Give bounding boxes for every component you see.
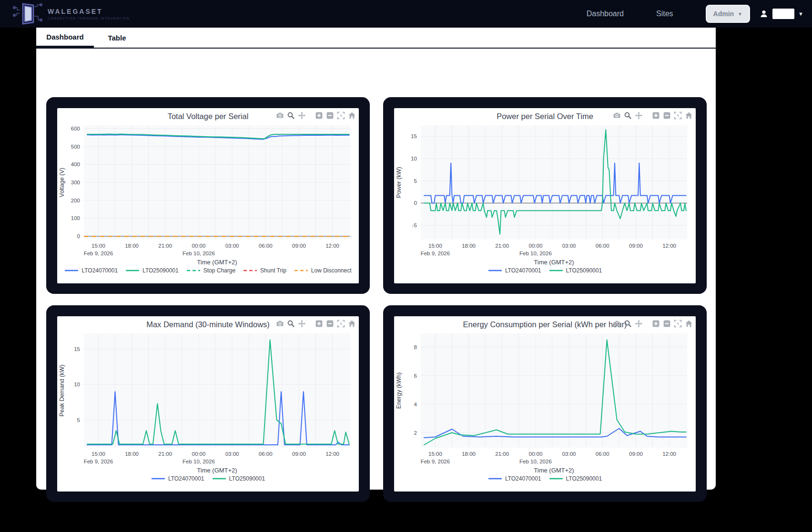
zoom-out-icon[interactable]	[325, 319, 334, 328]
admin-dropdown-button[interactable]: Admin ▼	[706, 5, 750, 23]
legend-item[interactable]: LTO25090001	[549, 475, 602, 482]
svg-text:Feb 9, 2026: Feb 9, 2026	[84, 251, 113, 256]
svg-text:200: 200	[71, 198, 80, 203]
plotly-modebar	[612, 111, 693, 120]
tab-table[interactable]: Table	[94, 28, 140, 48]
zoom-out-icon[interactable]	[325, 111, 334, 120]
brand: WALEGASET CONNECTION THROUGH INTEGRATION	[12, 2, 130, 26]
svg-text:10: 10	[74, 381, 80, 387]
main-content: Dashboard Table Total Voltage per Serial…	[36, 28, 716, 490]
plot-area[interactable]: 010020030040050060015:0018:0021:0000:000…	[57, 124, 359, 266]
autoscale-icon[interactable]	[673, 319, 682, 328]
svg-text:03:00: 03:00	[225, 243, 239, 249]
legend-item[interactable]: LTO25090001	[212, 475, 265, 482]
legend-item[interactable]: Low Disconnect	[294, 267, 352, 274]
autoscale-icon[interactable]	[336, 319, 345, 328]
home-icon[interactable]	[684, 319, 693, 328]
user-area[interactable]: ▼	[759, 0, 803, 28]
plotly-modebar	[275, 319, 356, 328]
svg-text:5: 5	[414, 178, 417, 184]
svg-text:Feb 10, 2026: Feb 10, 2026	[519, 459, 552, 464]
pan-icon[interactable]	[634, 111, 643, 120]
zoom-in-icon[interactable]	[315, 319, 323, 328]
svg-text:Time (GMT+2): Time (GMT+2)	[534, 259, 574, 266]
svg-text:Feb 10, 2026: Feb 10, 2026	[183, 251, 215, 256]
chart-panel: Energy Consumption per Serial (kWh per h…	[394, 316, 696, 492]
svg-text:0: 0	[414, 200, 417, 206]
svg-text:09:00: 09:00	[292, 243, 306, 249]
brand-name: WALEGASET	[48, 8, 130, 15]
svg-text:06:00: 06:00	[259, 451, 273, 457]
svg-text:0: 0	[77, 233, 80, 239]
zoom-out-icon[interactable]	[662, 111, 671, 120]
svg-text:-5: -5	[412, 222, 417, 228]
svg-text:100: 100	[71, 215, 80, 221]
svg-text:00:00: 00:00	[192, 243, 206, 249]
svg-text:Time (GMT+2): Time (GMT+2)	[197, 259, 237, 266]
svg-text:Time (GMT+2): Time (GMT+2)	[197, 467, 237, 474]
zoom-icon[interactable]	[623, 319, 632, 328]
nav-dashboard-link[interactable]: Dashboard	[587, 10, 624, 18]
legend-item[interactable]: Shunt Trip	[243, 267, 286, 274]
legend-item[interactable]: Stop Charge	[186, 267, 235, 274]
pan-icon[interactable]	[634, 319, 643, 328]
zoom-in-icon[interactable]	[315, 111, 323, 120]
svg-text:12:00: 12:00	[325, 451, 339, 457]
user-chevron-down-icon[interactable]: ▼	[798, 11, 803, 17]
home-icon[interactable]	[347, 319, 356, 328]
svg-text:Voltage (V): Voltage (V)	[59, 168, 65, 197]
svg-text:Feb 9, 2026: Feb 9, 2026	[84, 459, 113, 464]
brand-logo-icon	[12, 2, 43, 26]
user-name-box	[772, 9, 794, 19]
legend-item[interactable]: LTO24070001	[151, 475, 204, 482]
svg-text:09:00: 09:00	[629, 451, 643, 457]
legend-item[interactable]: LTO25090001	[549, 267, 602, 274]
pan-icon[interactable]	[297, 319, 306, 328]
zoom-icon[interactable]	[623, 111, 632, 120]
autoscale-icon[interactable]	[673, 111, 682, 120]
chart-panel: Max Demand (30-minute Windows) 5101515:0…	[57, 316, 359, 492]
svg-text:18:00: 18:00	[125, 451, 139, 457]
plot-area[interactable]: -505101515:0018:0021:0000:0003:0006:0009…	[394, 124, 696, 266]
legend-item[interactable]: LTO24070001	[488, 267, 541, 274]
legend-item[interactable]: LTO24070001	[64, 267, 118, 274]
svg-text:06:00: 06:00	[596, 243, 609, 249]
zoom-in-icon[interactable]	[651, 111, 660, 120]
plot-area[interactable]: 5101515:0018:0021:0000:0003:0006:0009:00…	[57, 332, 359, 474]
home-icon[interactable]	[347, 111, 356, 120]
chevron-down-icon: ▼	[738, 11, 742, 17]
svg-text:300: 300	[71, 180, 80, 185]
tab-dashboard[interactable]: Dashboard	[36, 28, 94, 48]
plotly-modebar	[612, 319, 693, 328]
pan-icon[interactable]	[297, 111, 306, 120]
home-icon[interactable]	[684, 111, 693, 120]
camera-icon[interactable]	[275, 319, 284, 328]
svg-text:00:00: 00:00	[529, 243, 543, 249]
camera-icon[interactable]	[612, 319, 621, 328]
legend-item[interactable]: LTO25090001	[125, 267, 179, 274]
svg-text:15:00: 15:00	[428, 243, 442, 249]
app-header: WALEGASET CONNECTION THROUGH INTEGRATION…	[0, 0, 812, 28]
svg-text:18:00: 18:00	[462, 451, 476, 457]
svg-text:Feb 9, 2026: Feb 9, 2026	[421, 459, 450, 464]
svg-text:00:00: 00:00	[192, 451, 206, 457]
nav-sites-link[interactable]: Sites	[656, 10, 673, 18]
user-icon	[759, 9, 769, 19]
svg-text:21:00: 21:00	[495, 451, 509, 457]
svg-text:Energy (kWh): Energy (kWh)	[396, 372, 402, 409]
autoscale-icon[interactable]	[336, 111, 345, 120]
svg-text:03:00: 03:00	[562, 451, 576, 457]
camera-icon[interactable]	[612, 111, 621, 120]
chart-card: Total Voltage per Serial 010020030040050…	[46, 97, 370, 294]
brand-tagline: CONNECTION THROUGH INTEGRATION	[48, 17, 130, 20]
zoom-in-icon[interactable]	[651, 319, 660, 328]
zoom-icon[interactable]	[286, 111, 295, 120]
legend-item[interactable]: LTO24070001	[488, 475, 541, 482]
zoom-out-icon[interactable]	[662, 319, 671, 328]
svg-text:Power (kW): Power (kW)	[396, 167, 402, 198]
plot-area[interactable]: 246815:0018:0021:0000:0003:0006:0009:001…	[394, 332, 696, 474]
camera-icon[interactable]	[275, 111, 284, 120]
svg-text:5: 5	[77, 417, 80, 423]
zoom-icon[interactable]	[286, 319, 295, 328]
header-nav: Dashboard Sites Admin ▼	[587, 0, 750, 28]
